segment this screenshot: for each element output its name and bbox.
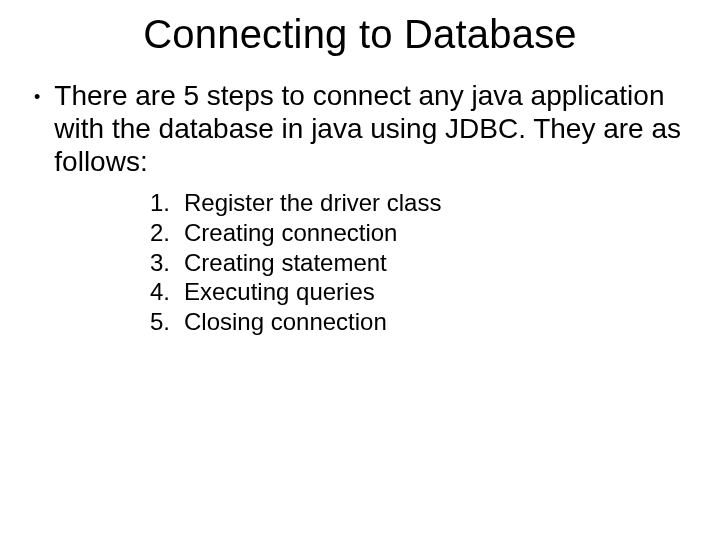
step-text: Creating connection [184,218,690,248]
intro-text: There are 5 steps to connect any java ap… [54,79,690,178]
step-number: 4. [140,277,170,307]
list-item: 5. Closing connection [140,307,690,337]
step-number: 3. [140,248,170,278]
step-text: Executing queries [184,277,690,307]
list-item: 4. Executing queries [140,277,690,307]
steps-list: 1. Register the driver class 2. Creating… [140,188,690,337]
step-text: Closing connection [184,307,690,337]
list-item: 1. Register the driver class [140,188,690,218]
slide: Connecting to Database • There are 5 ste… [0,0,720,540]
list-item: 3. Creating statement [140,248,690,278]
list-item: 2. Creating connection [140,218,690,248]
bullet-icon: • [34,87,40,108]
step-text: Register the driver class [184,188,690,218]
step-number: 1. [140,188,170,218]
step-text: Creating statement [184,248,690,278]
step-number: 5. [140,307,170,337]
step-number: 2. [140,218,170,248]
intro-bullet: • There are 5 steps to connect any java … [34,79,690,178]
slide-title: Connecting to Database [30,12,690,57]
